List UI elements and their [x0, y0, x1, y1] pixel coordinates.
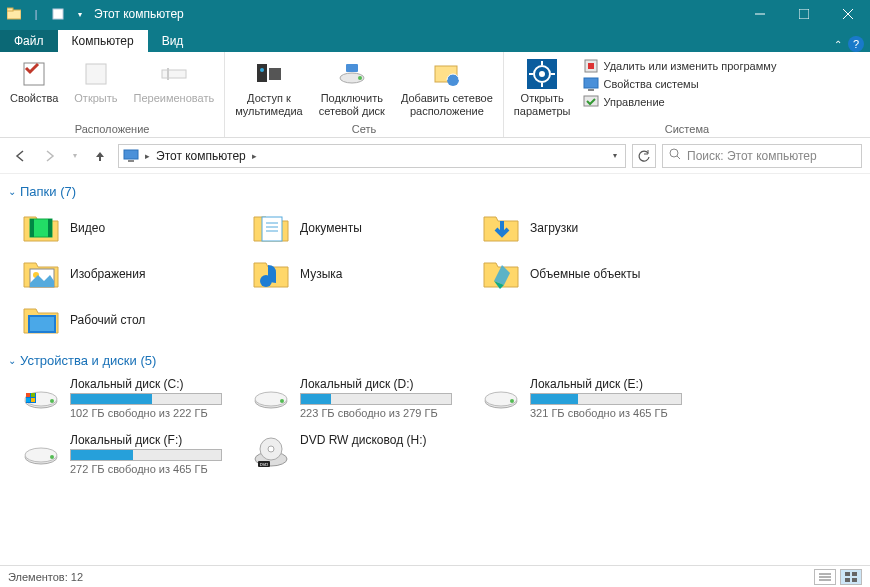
recent-dropdown[interactable]: ▾ [68, 144, 82, 168]
folder-item[interactable]: Рабочий стол [8, 297, 238, 343]
svg-rect-51 [26, 393, 30, 397]
svg-point-63 [50, 455, 54, 459]
qat-properties-icon[interactable] [50, 6, 66, 22]
refresh-button[interactable] [632, 144, 656, 168]
tab-file[interactable]: Файл [0, 30, 58, 52]
add-network-location-button[interactable]: Добавить сетевое расположение [397, 54, 497, 121]
folder-name: Объемные объекты [530, 267, 640, 281]
media-icon [253, 58, 285, 90]
minimize-button[interactable] [738, 0, 782, 28]
search-box[interactable]: Поиск: Этот компьютер [662, 144, 862, 168]
folder-icon [22, 301, 60, 339]
media-access-button[interactable]: Доступ к мультимедиа [231, 54, 307, 121]
forward-button[interactable] [38, 144, 62, 168]
rename-icon [158, 58, 190, 90]
tab-view[interactable]: Вид [148, 30, 198, 52]
tab-computer[interactable]: Компьютер [58, 30, 148, 52]
folder-name: Видео [70, 221, 105, 235]
drive-item[interactable]: Локальный диск (C:) 102 ГБ свободно из 2… [8, 374, 238, 430]
netloc-label: Добавить сетевое расположение [401, 92, 493, 117]
folder-item[interactable]: Объемные объекты [468, 251, 698, 297]
svg-line-34 [677, 156, 680, 159]
sysprops-icon [583, 76, 599, 92]
close-button[interactable] [826, 0, 870, 28]
folder-icon [22, 209, 60, 247]
drive-name: DVD RW дисковод (H:) [300, 433, 452, 447]
folder-item[interactable]: Загрузки [468, 205, 698, 251]
section-folders-header[interactable]: ⌄ Папки (7) [8, 180, 862, 205]
settings-icon [526, 58, 558, 90]
section-drives-header[interactable]: ⌄ Устройства и диски (5) [8, 349, 862, 374]
drive-name: Локальный диск (C:) [70, 377, 222, 391]
drive-usage-bar [70, 393, 222, 405]
drive-usage-bar [530, 393, 682, 405]
drive-item[interactable]: Локальный диск (D:) 223 ГБ свободно из 2… [238, 374, 468, 430]
rename-button[interactable]: Переименовать [130, 54, 219, 121]
svg-rect-1 [7, 8, 13, 11]
svg-rect-36 [30, 219, 34, 237]
view-details-button[interactable] [814, 569, 836, 585]
group-location-label: Расположение [6, 121, 218, 137]
qat-dropdown-icon[interactable]: ▾ [72, 6, 88, 22]
map-drive-button[interactable]: Подключить сетевой диск [315, 54, 389, 121]
group-system-label: Система [510, 121, 864, 137]
hard-drive-icon [22, 377, 60, 415]
svg-rect-73 [852, 572, 857, 576]
crumb-separator-icon[interactable]: ▸ [145, 151, 150, 161]
drive-free-text: 102 ГБ свободно из 222 ГБ [70, 407, 222, 419]
drive-item[interactable]: DVD DVD RW дисковод (H:) [238, 430, 468, 486]
folder-icon [252, 255, 290, 293]
hard-drive-icon [252, 377, 290, 415]
folder-item[interactable]: Музыка [238, 251, 468, 297]
manage-icon [583, 94, 599, 110]
up-button[interactable] [88, 144, 112, 168]
status-count: Элементов: 12 [8, 571, 83, 583]
chevron-down-icon: ⌄ [8, 355, 16, 366]
ribbon-collapse-icon[interactable]: ⌃ [834, 39, 842, 50]
computer-icon [123, 148, 139, 164]
open-button[interactable]: Открыть [70, 54, 121, 121]
svg-rect-8 [86, 64, 106, 84]
back-button[interactable] [8, 144, 32, 168]
settings-label: Открыть параметры [514, 92, 571, 117]
open-settings-button[interactable]: Открыть параметры [510, 54, 575, 121]
svg-rect-27 [588, 63, 594, 69]
svg-point-21 [539, 71, 545, 77]
svg-rect-52 [31, 393, 35, 397]
crumb-this-pc[interactable]: Этот компьютер [156, 149, 246, 163]
drive-item[interactable]: Локальный диск (F:) 272 ГБ свободно из 4… [8, 430, 238, 486]
hard-drive-icon [22, 433, 60, 471]
drive-item[interactable]: Локальный диск (E:) 321 ГБ свободно из 4… [468, 374, 698, 430]
maximize-button[interactable] [782, 0, 826, 28]
folder-icon [482, 255, 520, 293]
svg-rect-74 [845, 578, 850, 582]
address-dropdown-icon[interactable]: ▾ [609, 151, 621, 160]
manage-link[interactable]: Управление [583, 94, 777, 110]
svg-rect-31 [124, 150, 138, 159]
svg-point-66 [268, 446, 274, 452]
folder-icon [482, 209, 520, 247]
folder-item[interactable]: Изображения [8, 251, 238, 297]
svg-rect-29 [588, 89, 594, 91]
crumb-separator-icon[interactable]: ▸ [252, 151, 257, 161]
svg-point-49 [50, 399, 54, 403]
chevron-down-icon: ⌄ [8, 186, 16, 197]
folder-item[interactable]: Документы [238, 205, 468, 251]
svg-rect-75 [852, 578, 857, 582]
system-properties-link[interactable]: Свойства системы [583, 76, 777, 92]
uninstall-program-link[interactable]: Удалить или изменить программу [583, 58, 777, 74]
svg-text:DVD: DVD [260, 462, 269, 467]
view-tiles-button[interactable] [840, 569, 862, 585]
properties-button[interactable]: Свойства [6, 54, 62, 121]
help-icon[interactable]: ? [848, 36, 864, 52]
address-bar[interactable]: ▸ Этот компьютер ▸ ▾ [118, 144, 626, 168]
svg-rect-32 [128, 160, 134, 162]
dvd-drive-icon: DVD [252, 433, 290, 471]
drive-name: Локальный диск (D:) [300, 377, 452, 391]
properties-icon [18, 58, 50, 90]
netloc-icon [431, 58, 463, 90]
window-title: Этот компьютер [94, 7, 184, 21]
svg-point-12 [260, 68, 264, 72]
folder-item[interactable]: Видео [8, 205, 238, 251]
folder-icon [22, 255, 60, 293]
